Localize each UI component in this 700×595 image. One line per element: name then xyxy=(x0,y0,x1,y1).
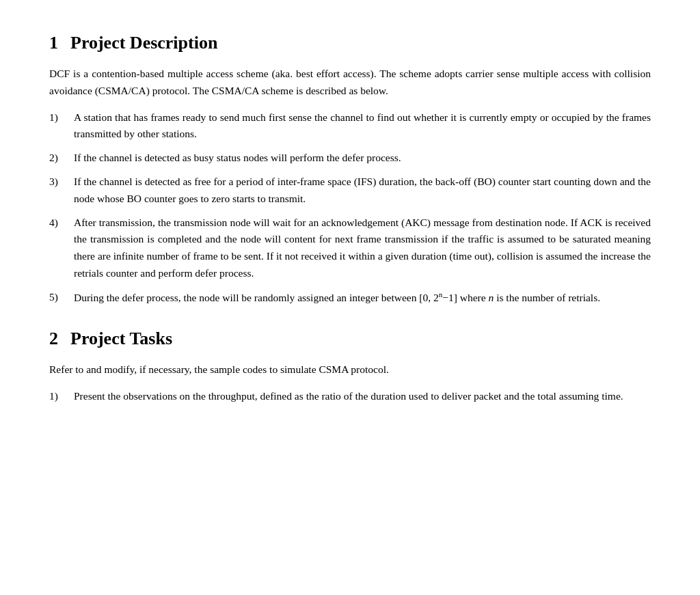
list-item: 3) If the channel is detected as free fo… xyxy=(49,174,651,208)
section-1-title: 1 Project Description xyxy=(49,33,651,53)
section-2-heading: Project Tasks xyxy=(70,329,172,349)
section-2-list: 1) Present the observations on the throu… xyxy=(49,388,651,405)
list-item: 1) Present the observations on the throu… xyxy=(49,388,651,405)
list-item: 2) If the channel is detected as busy st… xyxy=(49,150,651,167)
list-text: If the channel is detected as busy statu… xyxy=(74,150,651,167)
list-item-5: 5) During the defer process, the node wi… xyxy=(49,289,651,307)
list-number: 5) xyxy=(49,289,74,306)
superscript-n: n xyxy=(439,290,443,299)
list-text: A station that has frames ready to send … xyxy=(74,109,651,143)
list-number: 4) xyxy=(49,215,74,232)
section-1-heading: Project Description xyxy=(70,33,217,53)
list-text: If the channel is detected as free for a… xyxy=(74,174,651,208)
list-text: Present the observations on the throughp… xyxy=(74,388,651,405)
list-text: After transmission, the transmission nod… xyxy=(74,215,651,282)
section-2-number: 2 xyxy=(49,329,58,349)
list-item: 4) After transmission, the transmission … xyxy=(49,215,651,282)
italic-n: n xyxy=(489,292,494,303)
list-text-5: During the defer process, the node will … xyxy=(74,289,651,307)
list-number: 3) xyxy=(49,174,74,191)
section-2-intro: Refer to and modify, if necessary, the s… xyxy=(49,361,651,378)
section-2-title: 2 Project Tasks xyxy=(49,329,651,349)
section-2: 2 Project Tasks Refer to and modify, if … xyxy=(49,329,651,405)
page: 1 Project Description DCF is a contentio… xyxy=(0,0,700,454)
section-1-number: 1 xyxy=(49,33,58,53)
list-number: 2) xyxy=(49,150,74,167)
list-number: 1) xyxy=(49,109,74,126)
section-1: 1 Project Description DCF is a contentio… xyxy=(49,33,651,307)
list-number: 1) xyxy=(49,388,74,405)
section-1-intro: DCF is a contention-based multiple acces… xyxy=(49,66,651,100)
section-1-list: 1) A station that has frames ready to se… xyxy=(49,109,651,307)
list-item: 1) A station that has frames ready to se… xyxy=(49,109,651,143)
